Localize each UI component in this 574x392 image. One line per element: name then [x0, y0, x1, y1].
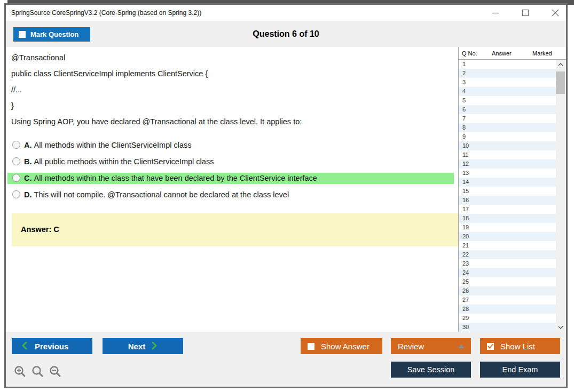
question-list-row[interactable]: 4 [459, 87, 556, 96]
column-marked: Marked [532, 47, 552, 60]
question-list-row[interactable]: 7 [459, 114, 556, 123]
answer-option[interactable]: C. All methods within the class that hav… [7, 173, 454, 184]
triangle-up-icon [459, 345, 464, 348]
show-answer-button[interactable]: Show Answer [301, 338, 382, 354]
question-list-row[interactable]: 10 [459, 141, 556, 150]
zoom-toolbar [13, 365, 62, 381]
scroll-down-button[interactable] [556, 323, 565, 332]
option-text: B. All public methods within the ClientS… [24, 157, 214, 166]
show-list-label: Show List [500, 342, 535, 351]
question-list-row[interactable]: 15 [459, 187, 556, 196]
row-question-number: 15 [462, 188, 469, 194]
next-label: Next [128, 342, 146, 351]
zoom-out-icon[interactable] [49, 365, 62, 381]
answer-option[interactable]: A. All methods within the ClientServiceI… [7, 140, 454, 151]
question-panel: @Transactional public class ClientServic… [6, 47, 458, 332]
row-question-number: 13 [462, 170, 469, 176]
row-question-number: 17 [462, 206, 469, 212]
question-list-row[interactable]: 27 [459, 295, 556, 305]
question-prompt: Using Spring AOP, you have declared @Tra… [11, 114, 453, 130]
code-line: @Transactional [11, 50, 453, 66]
previous-button[interactable]: Previous [12, 338, 92, 354]
question-list-row[interactable]: 28 [459, 305, 556, 314]
row-question-number: 4 [462, 88, 466, 94]
question-list-row[interactable]: 30 [459, 323, 556, 332]
question-list-row[interactable]: 1 [459, 60, 556, 69]
row-question-number: 1 [462, 61, 466, 67]
question-list: 1234567891011121314151617181920212223242… [459, 60, 556, 332]
scrollbar[interactable] [556, 60, 565, 332]
show-list-button[interactable]: Show List [480, 338, 560, 354]
mark-question-button[interactable]: Mark Question [13, 27, 90, 42]
question-list-row[interactable]: 8 [459, 123, 556, 132]
question-list-row[interactable]: 3 [459, 78, 556, 87]
window-title: SpringSource CoreSpringV3.2 (Core-Spring… [11, 9, 201, 17]
radio-button[interactable] [12, 141, 20, 149]
question-list-row[interactable]: 22 [459, 250, 556, 259]
code-line: //... [11, 82, 453, 98]
row-question-number: 8 [462, 124, 466, 131]
question-list-row[interactable]: 17 [459, 205, 556, 214]
row-question-number: 6 [462, 106, 466, 113]
save-session-label: Save Session [407, 365, 455, 374]
review-dropdown[interactable]: Review [391, 338, 471, 354]
question-list-row[interactable]: 19 [459, 223, 556, 232]
close-button[interactable] [549, 6, 562, 19]
question-list-row[interactable]: 26 [459, 286, 556, 295]
row-question-number: 11 [462, 151, 468, 158]
question-list-row[interactable]: 2 [459, 69, 556, 78]
row-question-number: 10 [462, 142, 469, 149]
question-list-row[interactable]: 16 [459, 196, 556, 205]
row-question-number: 21 [462, 242, 469, 249]
question-list-header: Q No. Answer Marked [459, 47, 566, 60]
row-question-number: 5 [462, 97, 466, 103]
show-answer-checkbox[interactable] [308, 343, 314, 350]
question-list-row[interactable]: 11 [459, 150, 556, 159]
answer-box: Answer: C [12, 213, 458, 246]
column-answer: Answer [492, 47, 512, 60]
row-question-number: 29 [462, 315, 469, 321]
save-session-button[interactable]: Save Session [391, 362, 471, 378]
previous-label: Previous [35, 342, 68, 351]
end-exam-label: End Exam [502, 365, 538, 374]
minimize-button[interactable] [489, 6, 502, 19]
radio-button[interactable] [12, 190, 20, 198]
question-list-row[interactable]: 12 [459, 159, 556, 169]
review-label: Review [398, 342, 424, 351]
chevron-left-icon [21, 341, 27, 351]
question-list-sidebar: Q No. Answer Marked 12345678910111213141… [458, 47, 566, 332]
question-list-row[interactable]: 25 [459, 277, 556, 286]
show-answer-label: Show Answer [321, 342, 369, 351]
question-list-row[interactable]: 18 [459, 214, 556, 223]
end-exam-button[interactable]: End Exam [480, 362, 560, 378]
row-question-number: 19 [462, 224, 469, 230]
question-list-row[interactable]: 6 [459, 105, 556, 114]
question-list-row[interactable]: 24 [459, 268, 556, 277]
row-question-number: 3 [462, 79, 466, 85]
radio-button[interactable] [12, 174, 20, 182]
question-list-row[interactable]: 20 [459, 232, 556, 241]
show-list-checkbox[interactable] [487, 343, 494, 350]
question-list-row[interactable]: 13 [459, 169, 556, 178]
row-question-number: 12 [462, 161, 469, 167]
zoom-in-icon[interactable] [13, 365, 27, 381]
answer-option[interactable]: D. This will not compile. @Transactional… [7, 189, 454, 201]
question-list-row[interactable]: 29 [459, 314, 556, 323]
scrollbar-thumb[interactable] [556, 71, 565, 94]
magnifier-icon[interactable] [31, 365, 45, 381]
header-bar: Question 6 of 10 Mark Question [6, 21, 566, 47]
answer-option[interactable]: B. All public methods within the ClientS… [7, 156, 454, 167]
row-question-number: 20 [462, 233, 469, 239]
next-button[interactable]: Next [103, 338, 183, 354]
question-list-row[interactable]: 14 [459, 178, 556, 187]
maximize-button[interactable] [519, 6, 532, 19]
question-list-row[interactable]: 23 [459, 259, 556, 268]
mark-question-checkbox[interactable] [19, 31, 26, 38]
radio-button[interactable] [12, 157, 20, 165]
question-list-row[interactable]: 21 [459, 241, 556, 250]
question-list-row[interactable]: 9 [459, 132, 556, 141]
scroll-up-button[interactable] [556, 60, 565, 69]
option-text: C. All methods within the class that hav… [24, 174, 317, 182]
code-line: public class ClientServiceImpl implement… [11, 66, 453, 82]
question-list-row[interactable]: 5 [459, 96, 556, 105]
